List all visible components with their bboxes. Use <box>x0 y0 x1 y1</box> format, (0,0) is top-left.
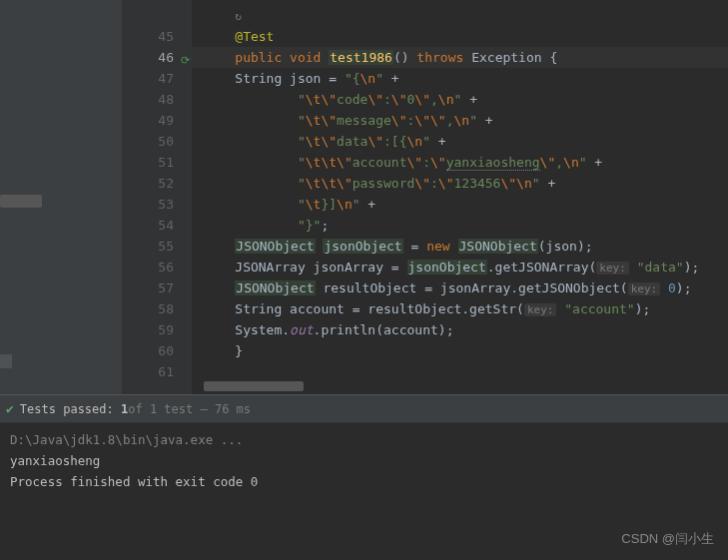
gutter-line-current[interactable]: 46⟳⊟ <box>122 47 192 68</box>
panel-scrollbar[interactable] <box>0 195 42 208</box>
test-passed-label: Tests passed: <box>20 402 114 416</box>
code-line[interactable]: "\t}]\n" + <box>192 194 728 215</box>
code-line[interactable]: String json = "{\n" + <box>192 68 728 89</box>
gutter-line[interactable]: 55 <box>122 236 192 257</box>
gutter-line[interactable]: 49 <box>122 110 192 131</box>
method-name: test1986 <box>329 50 393 65</box>
line-gutter[interactable]: 45 46⟳⊟ 47 48 49 50 51 52 53 54 55 56 57… <box>122 0 192 394</box>
test-status-bar[interactable]: ✔ Tests passed: 1 of 1 test – 76 ms <box>0 395 728 423</box>
code-line[interactable]: JSONObject resultObject = jsonArray.getJ… <box>192 278 728 298</box>
code-line[interactable]: "}"; <box>192 215 728 236</box>
gutter-line[interactable]: 61 <box>122 361 192 382</box>
code-line[interactable]: String account = resultObject.getStr(key… <box>192 298 728 319</box>
gutter-line[interactable]: 54 <box>122 215 192 236</box>
gutter-line[interactable]: 59 <box>122 319 192 340</box>
code-line[interactable]: ↻ <box>192 5 728 26</box>
code-line[interactable]: JSONObject jsonObject = new JSONObject(j… <box>192 236 728 257</box>
gutter-line[interactable]: 52 <box>122 173 192 194</box>
panel-tab[interactable] <box>0 354 12 368</box>
gutter-line[interactable]: 45 <box>122 26 192 47</box>
gutter-line[interactable]: 53 <box>122 194 192 215</box>
gutter-line[interactable]: 58 <box>122 298 192 319</box>
code-line-current[interactable]: public void test1986() throws Exception … <box>192 47 728 68</box>
param-hint: key: <box>628 282 661 295</box>
watermark: CSDN @闫小生 <box>621 530 714 548</box>
code-line[interactable]: "\t\"message\":\"\",\n" + <box>192 110 728 131</box>
code-line[interactable]: "\t\t\"account\":\"yanxiaosheng\",\n" + <box>192 152 728 173</box>
test-count: 1 <box>121 402 128 416</box>
code-line[interactable]: "\t\"data\":[{\n" + <box>192 131 728 152</box>
editor-area: 45 46⟳⊟ 47 48 49 50 51 52 53 54 55 56 57… <box>0 0 728 394</box>
code-line[interactable]: "\t\"code\":\"0\",\n" + <box>192 89 728 110</box>
code-line[interactable]: "\t\t\"password\":\"123456\"\n" + <box>192 173 728 194</box>
code-line[interactable]: @Test <box>192 26 728 47</box>
check-icon: ✔ <box>6 401 14 416</box>
code-line[interactable] <box>192 361 728 382</box>
param-hint: key: <box>524 303 557 316</box>
gutter-line[interactable]: 60⊟ <box>122 340 192 361</box>
code-line[interactable]: JSONArray jsonArray = jsonObject.getJSON… <box>192 257 728 278</box>
override-icon: ↻ <box>235 10 242 23</box>
code-line[interactable]: } <box>192 340 728 361</box>
horizontal-scrollbar[interactable] <box>204 381 304 391</box>
annotation: @Test <box>235 29 274 44</box>
code-editor[interactable]: ↻ @Test public void test1986() throws Ex… <box>192 0 728 394</box>
test-detail: of 1 test – 76 ms <box>128 402 251 416</box>
gutter-line[interactable]: 56 <box>122 257 192 278</box>
project-panel[interactable] <box>0 0 122 394</box>
console-line: Process finished with exit code 0 <box>10 471 718 492</box>
console-output[interactable]: D:\Java\jdk1.8\bin\java.exe ... yanxiaos… <box>0 423 728 498</box>
param-hint: key: <box>596 262 629 275</box>
gutter-line[interactable]: 48 <box>122 89 192 110</box>
gutter-line[interactable]: 47 <box>122 68 192 89</box>
gutter-line[interactable]: 57 <box>122 278 192 298</box>
gutter-line[interactable]: 50 <box>122 131 192 152</box>
gutter-line[interactable] <box>122 5 192 26</box>
code-line[interactable]: System.out.println(account); <box>192 319 728 340</box>
console-line: D:\Java\jdk1.8\bin\java.exe ... <box>10 429 718 450</box>
gutter-line[interactable]: 51 <box>122 152 192 173</box>
console-line: yanxiaosheng <box>10 450 718 471</box>
